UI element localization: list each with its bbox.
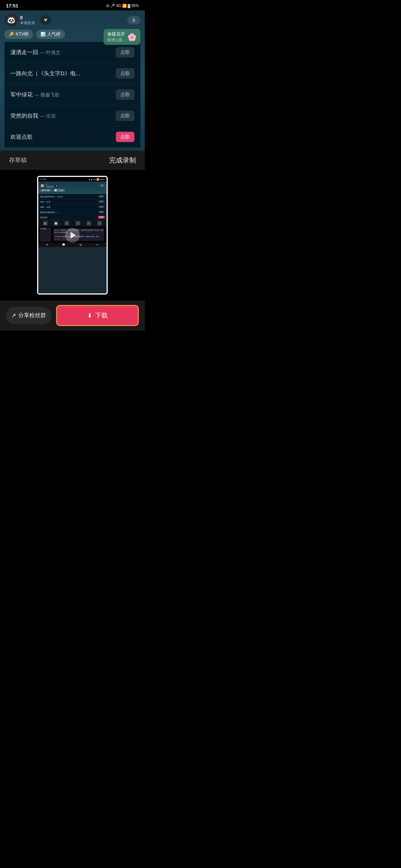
heart-icon: ♥ [44, 17, 48, 23]
recording-bar: 存草稿 完成录制 [0, 151, 145, 170]
mini-tool-6: + [97, 221, 102, 226]
signal-icon: 4G [116, 4, 121, 8]
flower-icon: 🌸 [127, 33, 137, 42]
top-bar: 🐼 0 本场音浪 ♥ 0 [4, 13, 140, 27]
download-icon: ⬇ [87, 312, 92, 319]
mini-bottom-icon-4: ••• [96, 243, 99, 246]
mini-status-bar: 17:50 ● ◈ 4G 📶 95% [38, 177, 107, 181]
play-icon [71, 232, 76, 239]
song-btn-4[interactable]: 点歌 [116, 111, 134, 121]
video-thumbnail[interactable]: 17:50 ● ◈ 4G 📶 95% 🐼 0本场音浪 ♥ 0 🔑 KTV榜 📊 … [37, 176, 108, 295]
song-list: 潇洒走一回 — 叶倩文 点歌 一路向北（《头文字D》电... 点歌 军中绿花 —… [4, 42, 140, 148]
mini-tool-2: 💬 [54, 221, 58, 226]
mini-top-row: 🐼 0本场音浪 ♥ 0 [40, 183, 105, 188]
song-btn-3[interactable]: 点歌 [116, 89, 134, 100]
song-info-1: 潇洒走一回 — 叶倩文 [10, 49, 61, 56]
song-artist-3: — 隆鑫飞歌 [34, 92, 60, 98]
battery-icon: ▓ [128, 4, 130, 8]
ktv-rank-label: KTV榜 [16, 31, 29, 37]
song-info-2: 一路向北（《头文字D》电... [10, 70, 80, 77]
mini-tool-row: ⊞ 💬 + + + + [38, 220, 107, 227]
preview-section: 17:50 ● ◈ 4G 📶 95% 🐼 0本场音浪 ♥ 0 🔑 KTV榜 📊 … [0, 170, 145, 295]
mini-song-4: 我的快乐就是想你 — … 点歌 [38, 210, 107, 215]
song-btn-5[interactable]: 点歌 [116, 132, 134, 142]
mini-icons: ● ◈ 4G 📶 95% [89, 178, 104, 181]
song-artist-1: — 叶倩文 [40, 50, 61, 55]
score-label: 本场音浪 [20, 20, 35, 26]
wifi-icon: 📶 [122, 4, 127, 8]
mini-song-5: 欢迎点歌 点歌 [38, 215, 107, 220]
download-label: 下载 [95, 311, 108, 320]
song-title-5: 欢迎点歌 [10, 134, 33, 140]
mini-left-panel: 平台截图... [39, 227, 51, 242]
cast-icon: ⊟ [106, 4, 109, 8]
share-icon: ↗ [11, 312, 16, 319]
mic-icon: 🎤 [110, 4, 115, 8]
song-item-5: 欢迎点歌 点歌 [4, 126, 140, 148]
song-btn-2[interactable]: 点歌 [116, 68, 134, 79]
mini-tool-4: + [76, 221, 80, 226]
song-item-4: 突然的自我 — 伍佰 点歌 [4, 105, 140, 126]
popularity-rank-button[interactable]: 📊 人气榜 [36, 30, 65, 39]
share-label: 分享粉丝群 [18, 312, 46, 319]
mini-btn-3: 点歌 [98, 206, 105, 208]
mini-pop-btn: 📊 人气榜 [53, 189, 65, 192]
mini-ktv-btn: 🔑 KTV榜 [40, 189, 52, 192]
mini-song-1: 营你心魔 (Remix) — 张可儿 点歌 [38, 194, 107, 199]
download-button[interactable]: ⬇ 下载 [56, 305, 139, 326]
score-section: 0 本场音浪 [20, 15, 35, 26]
song-item-2: 一路向北（《头文字D》电... 点歌 [4, 63, 140, 84]
mini-btn-4: 点歌 [98, 211, 105, 213]
song-btn-1[interactable]: 点歌 [116, 47, 134, 57]
song-item-3: 军中绿花 — 隆鑫飞歌 点歌 [4, 84, 140, 105]
mini-ranks: 🔑 KTV榜 📊 人气榜 [40, 189, 105, 192]
song-title-3: 军中绿花 [10, 91, 34, 98]
mini-bottom-bar: ⊞ 💬 ⏻ ••• [38, 243, 107, 247]
battery-percent: 95% [131, 4, 139, 8]
mini-badge: 0 [100, 184, 105, 187]
play-overlay[interactable] [65, 228, 80, 243]
song-info-3: 军中绿花 — 隆鑫飞歌 [10, 91, 60, 98]
save-draft-button[interactable]: 存草稿 [9, 157, 27, 164]
count-badge: 0 [127, 16, 140, 24]
user-info: 🐼 0 本场音浪 ♥ [4, 13, 51, 27]
song-info-5: 欢迎点歌 [10, 134, 33, 141]
ktv-section: 🐼 0 本场音浪 ♥ 0 🔑 KTV榜 📊 人气榜 春暖花开 新增心愿 🌸 [0, 10, 145, 151]
score-number: 0 [20, 15, 35, 20]
song-item-1: 潇洒走一回 — 叶倩文 点歌 [4, 42, 140, 63]
wish-text-block: 春暖花开 新增心愿 [107, 31, 125, 43]
mini-btn-1: 点歌 [98, 195, 105, 198]
wish-title: 春暖花开 [107, 31, 125, 37]
complete-recording-button[interactable]: 完成录制 [109, 156, 136, 165]
mini-btn-5: 点歌 [98, 216, 105, 218]
avatar: 🐼 [4, 13, 18, 27]
mini-time: 17:50 [40, 178, 46, 180]
bottom-actions: ↗ 分享粉丝群 ⬇ 下载 [0, 300, 145, 331]
popularity-rank-label: 人气榜 [47, 31, 61, 37]
mini-bottom-icon-1: ⊞ [46, 243, 48, 246]
mini-tool-5: + [87, 221, 91, 226]
song-title-4: 突然的自我 [10, 112, 40, 119]
key-icon: 🔑 [9, 32, 14, 37]
mini-song-list: 营你心魔 (Remix) — 张可儿 点歌 红唇 — 实哥 点歌 成都 — 赵雷… [38, 194, 107, 220]
ktv-rank-button[interactable]: 🔑 KTV榜 [4, 30, 33, 39]
wish-subtitle: 新增心愿 [107, 37, 125, 43]
mini-tool-1: ⊞ [43, 221, 48, 226]
status-bar: 17:51 ⊟ 🎤 4G 📶 ▓ 95% [0, 0, 145, 10]
song-artist-4: — 伍佰 [40, 113, 56, 119]
mini-ktv-section: 🐼 0本场音浪 ♥ 0 🔑 KTV榜 📊 人气榜 [38, 181, 107, 194]
mini-tool-3: + [65, 221, 69, 226]
heart-button[interactable]: ♥ [40, 15, 51, 25]
mini-avatar: 🐼 [40, 183, 45, 188]
song-info-4: 突然的自我 — 伍佰 [10, 112, 56, 119]
mini-heart: ♥ [55, 184, 59, 187]
share-button[interactable]: ↗ 分享粉丝群 [6, 307, 52, 324]
wish-card[interactable]: 春暖花开 新增心愿 🌸 [104, 29, 140, 45]
mini-bottom-icon-3: ⏻ [79, 243, 82, 246]
mini-song-3: 成都 — 赵雷 点歌 [38, 204, 107, 210]
song-title-1: 潇洒走一回 [10, 49, 40, 55]
status-icons: ⊟ 🎤 4G 📶 ▓ 95% [106, 4, 139, 8]
song-title-2: 一路向北（《头文字D》电... [10, 70, 80, 76]
mini-song-2: 红唇 — 实哥 点歌 [38, 199, 107, 204]
status-time: 17:51 [6, 3, 18, 9]
